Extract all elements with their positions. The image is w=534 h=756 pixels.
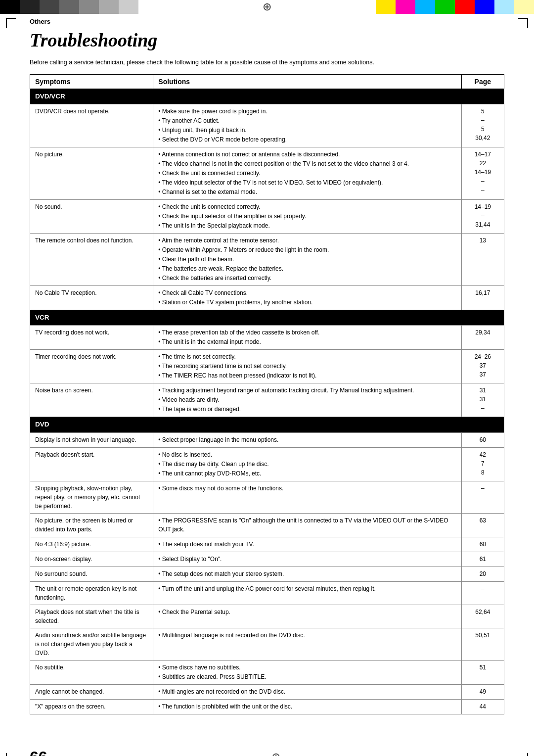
solution-cell: • Select proper language in the menu opt… (153, 432, 461, 447)
page-bottom: 66 ⊕ (0, 744, 534, 756)
solution-cell: • The function is prohibited with the un… (153, 699, 461, 714)
table-row: Playback doesn't start.• No disc is inse… (30, 447, 504, 481)
page-cell: – (461, 581, 504, 605)
corner-mark-tr (518, 18, 528, 28)
symptom-cell: TV recording does not work. (30, 326, 153, 350)
table-row: No subtitle.• Some discs have no subtitl… (30, 660, 504, 684)
solution-cell: • The erase prevention tab of the video … (153, 326, 461, 350)
section-header-row: DVD (30, 417, 504, 432)
symptom-cell: No picture. (30, 147, 153, 200)
table-row: Noise bars on screen.• Tracking adjustme… (30, 383, 504, 417)
symptom-cell: Audio soundtrack and/or subtitle languag… (30, 628, 153, 660)
page-header: Others (0, 14, 534, 25)
page-cell: 61 (461, 552, 504, 567)
solution-cell: • The time is not set correctly.• The re… (153, 350, 461, 383)
symptom-cell: No surround sound. (30, 567, 153, 581)
table-row: DVD/VCR does not operate.• Make sure the… (30, 104, 504, 147)
symptom-cell: Angle cannot be changed. (30, 684, 153, 699)
solution-cell: • The setup does not match your TV. (153, 537, 461, 552)
symptom-cell: No sound. (30, 200, 153, 234)
main-content: Troubleshooting Before calling a service… (0, 29, 534, 734)
solution-cell: • Multilingual language is not recorded … (153, 628, 461, 660)
symptom-cell: "X" appears on the screen. (30, 699, 153, 714)
solution-cell: • Aim the remote control at the remote s… (153, 234, 461, 286)
page-cell: 62,64 (461, 605, 504, 628)
page-cell: – (461, 481, 504, 513)
symptom-cell: Timer recording does not work. (30, 350, 153, 383)
section-name: VCR (30, 310, 504, 326)
solution-cell: • Antenna connection is not correct or a… (153, 147, 461, 200)
symptom-cell: No 4:3 (16:9) picture. (30, 537, 153, 552)
table-row: Playback does not start when the title i… (30, 605, 504, 628)
solution-cell: • Check the Parental setup. (153, 605, 461, 628)
solution-cell: • Check the unit is connected correctly.… (153, 200, 461, 234)
page-cell: 4278 (461, 447, 504, 481)
page-cell: 44 (461, 699, 504, 714)
table-row: Angle cannot be changed.• Multi-angles a… (30, 684, 504, 699)
section-name: DVD/VCR (30, 89, 504, 104)
page-cell: 16,17 (461, 286, 504, 310)
page-cell: 14–19–31,44 (461, 200, 504, 234)
table-row: "X" appears on the screen.• The function… (30, 699, 504, 714)
intro-text: Before calling a service technician, ple… (30, 58, 504, 67)
page-cell: 29,34 (461, 326, 504, 350)
solution-cell: • Check all Cable TV connections.• Stati… (153, 286, 461, 310)
table-row: No sound.• Check the unit is connected c… (30, 200, 504, 234)
page-cell: 60 (461, 537, 504, 552)
page-cell: 51 (461, 660, 504, 684)
page-number-large: 66 (30, 748, 47, 756)
symptom-cell: The remote control does not function. (30, 234, 153, 286)
corner-mark-bl (6, 753, 16, 756)
corner-mark-tl (6, 18, 16, 28)
table-row: The remote control does not function.• A… (30, 234, 504, 286)
solution-cell: • Some discs have no subtitles.• Subtitl… (153, 660, 461, 684)
left-color-blocks (0, 0, 263, 14)
page-title: Troubleshooting (30, 29, 504, 51)
table-row: Display is not shown in your language.• … (30, 432, 504, 447)
solution-cell: • Multi-angles are not recorded on the D… (153, 684, 461, 699)
col-header-page: Page (461, 74, 504, 89)
solution-cell: • Some discs may not do some of the func… (153, 481, 461, 513)
page-cell: 3131– (461, 383, 504, 417)
table-row: No picture, or the screen is blurred or … (30, 513, 504, 537)
solution-cell: • No disc is inserted.• The disc may be … (153, 447, 461, 481)
troubleshooting-table: Symptoms Solutions Page DVD/VCRDVD/VCR d… (30, 74, 504, 714)
symptom-cell: Display is not shown in your language. (30, 432, 153, 447)
page-cell: 49 (461, 684, 504, 699)
symptom-cell: No Cable TV reception. (30, 286, 153, 310)
section-name: DVD (30, 417, 504, 432)
table-row: The unit or remote operation key is not … (30, 581, 504, 605)
col-header-solutions: Solutions (153, 74, 461, 89)
symptom-cell: The unit or remote operation key is not … (30, 581, 153, 605)
symptom-cell: No on-screen display. (30, 552, 153, 567)
symptom-cell: No subtitle. (30, 660, 153, 684)
table-row: No 4:3 (16:9) picture.• The setup does n… (30, 537, 504, 552)
solution-cell: • Select Display to "On". (153, 552, 461, 567)
symptom-cell: Playback does not start when the title i… (30, 605, 153, 628)
section-label: Others (30, 18, 50, 25)
solution-cell: • Turn off the unit and unplug the AC po… (153, 581, 461, 605)
bottom-marks: ⊕ (47, 751, 504, 756)
page-cell: 24–263737 (461, 350, 504, 383)
page-cell: 5–530,42 (461, 104, 504, 147)
col-header-symptoms: Symptoms (30, 74, 153, 89)
section-header-row: DVD/VCR (30, 89, 504, 104)
solution-cell: • Tracking adjustment beyond range of au… (153, 383, 461, 417)
table-row: Timer recording does not work.• The time… (30, 350, 504, 383)
table-row: TV recording does not work.• The erase p… (30, 326, 504, 350)
table-row: No surround sound.• The setup does not m… (30, 567, 504, 581)
page-cell: 13 (461, 234, 504, 286)
table-row: No picture.• Antenna connection is not c… (30, 147, 504, 200)
page-cell: 20 (461, 567, 504, 581)
solution-cell: • The PROGRESSIVE scan is "On" although … (153, 513, 461, 537)
symptom-cell: Noise bars on screen. (30, 383, 153, 417)
page-cell: 63 (461, 513, 504, 537)
symptom-cell: DVD/VCR does not operate. (30, 104, 153, 147)
solution-cell: • Make sure the power cord is plugged in… (153, 104, 461, 147)
page-cell: 60 (461, 432, 504, 447)
symptom-cell: Stopping playback, slow-motion play, rep… (30, 481, 153, 513)
symptom-cell: Playback doesn't start. (30, 447, 153, 481)
table-row: No on-screen display.• Select Display to… (30, 552, 504, 567)
section-header-row: VCR (30, 310, 504, 326)
page-cell: 14–172214–19–– (461, 147, 504, 200)
